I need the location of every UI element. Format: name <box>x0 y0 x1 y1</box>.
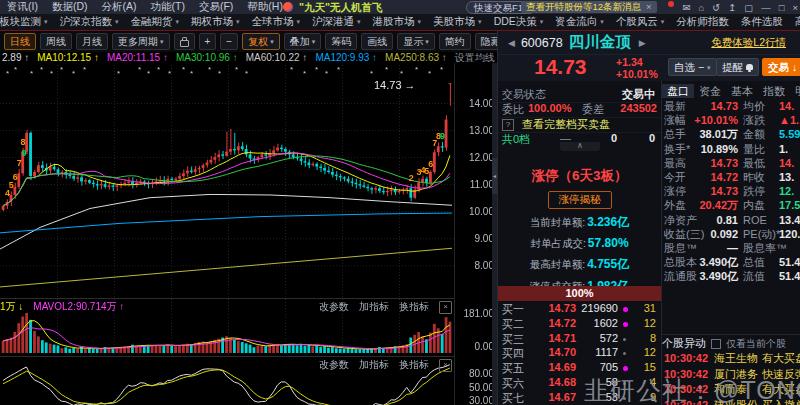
tab-基本[interactable]: 基本 <box>726 84 758 98</box>
toolbar-item-7[interactable]: 美股市场▾ <box>427 15 488 29</box>
menu-item-3[interactable]: 功能(T) <box>144 0 192 12</box>
full-depth-row[interactable]: ? 查看完整档买卖盘 <box>498 117 661 133</box>
next-stock-icon[interactable]: ▶ <box>635 38 650 48</box>
chevron-down-icon[interactable]: ▾ <box>707 59 711 76</box>
prev-stock-icon[interactable]: ◀ <box>504 38 519 48</box>
button-label[interactable]: 叠加 <box>290 35 310 49</box>
menu-item-0[interactable]: 资讯(I) <box>0 0 45 12</box>
toolbar-item-label[interactable]: 期权市场 <box>191 15 233 29</box>
chart-toolbar-button-11[interactable]: 显示▾ <box>397 33 435 50</box>
toolbar-item-10[interactable]: 个股风云▾ <box>610 15 671 29</box>
minimize-icon[interactable]: — <box>761 2 771 13</box>
tab-明细[interactable]: 明细 <box>790 84 800 98</box>
bid-row[interactable]: 买一14.7321969031 <box>498 302 661 317</box>
l2-trial-link[interactable]: 免费体验L2行情 <box>711 36 786 50</box>
button-label[interactable]: 筹码 <box>331 35 351 49</box>
toolbar-item-label[interactable]: 分析师指数 <box>676 15 729 29</box>
home-icon[interactable]: ⌂ <box>699 2 705 13</box>
toolbar-item-13[interactable]: 高级选股 <box>789 15 800 29</box>
toolbar-item-12[interactable]: 条件选股 <box>735 15 789 29</box>
toolbar-item-label[interactable]: 资金流向 <box>555 15 597 29</box>
toolbar-item-label[interactable]: 沪深京指数 <box>60 15 113 29</box>
candlestick-chart-canvas[interactable] <box>0 63 455 405</box>
layout-icon[interactable]: ▢ <box>744 2 753 13</box>
pane-button-2[interactable]: 换指标 <box>399 300 429 314</box>
chart-toolbar-button-12[interactable]: 简约 <box>439 33 471 50</box>
chart-toolbar-button-5[interactable]: + <box>199 33 217 50</box>
pane-close-icon[interactable]: × <box>439 359 452 372</box>
movement-row[interactable]: 10:30:42海王生物有大买盘 <box>662 351 800 367</box>
close-icon[interactable]: × <box>792 2 798 13</box>
toolbar-item-1[interactable]: 沪深京指数▾ <box>54 15 125 29</box>
tab-资金[interactable]: 资金 <box>694 84 726 98</box>
bid-row[interactable]: 买二14.72160212 <box>498 317 661 332</box>
toolbar-item-4[interactable]: 全球市场▾ <box>246 15 307 29</box>
button-label[interactable]: 周线 <box>46 35 66 49</box>
toolbar-item-label[interactable]: DDE决策 <box>494 15 537 29</box>
trade-label[interactable]: 交易 ↓ <box>768 59 797 76</box>
collapse-chevron-icon[interactable]: ∧ <box>560 142 600 151</box>
button-label[interactable]: + <box>205 35 211 49</box>
toolbar-item-6[interactable]: 港股市场▾ <box>367 15 428 29</box>
button-label[interactable]: 日线 <box>10 35 30 49</box>
toolbar-item-label[interactable]: 沪深港通 <box>312 15 354 29</box>
watchlist-button[interactable]: 自选 − ▾ <box>668 58 717 76</box>
pane-button-2[interactable]: 换指标 <box>399 358 429 372</box>
toolbar-item-label[interactable]: 板块监测 <box>0 15 41 29</box>
chart-toolbar-button-2[interactable]: 月线 <box>76 33 108 50</box>
pane-button-1[interactable]: 加指标 <box>359 300 389 314</box>
notification-close-icon[interactable]: × <box>646 1 652 13</box>
toolbar-item-label[interactable]: 个股风云 <box>616 15 658 29</box>
tab-盘口[interactable]: 盘口 <box>662 84 694 98</box>
mail-icon[interactable]: ✉ <box>683 2 691 13</box>
toolbar-item-0[interactable]: 板块监测▾ <box>0 15 54 29</box>
chart-toolbar-button-8[interactable]: 叠加▾ <box>284 33 322 50</box>
button-label[interactable]: 复权 <box>248 35 268 49</box>
toolbar-item-label[interactable]: 条件选股 <box>741 15 783 29</box>
chart-toolbar-button-6[interactable]: − <box>220 33 238 50</box>
toolbar-item-3[interactable]: 期权市场▾ <box>185 15 246 29</box>
toolbar-item-8[interactable]: DDE决策▾ <box>488 15 550 29</box>
trade-button[interactable]: 交易 ↓ <box>762 58 800 76</box>
chart-toolbar-button-0[interactable]: 日线 <box>4 33 36 50</box>
menu-item-1[interactable]: 数据(D) <box>45 0 95 12</box>
toolbar-item-label[interactable]: 金融期货 <box>131 15 173 29</box>
undo-icon[interactable]: ↺ <box>712 2 720 13</box>
notification-pill[interactable]: 查看开特股份等12条新消息 × <box>521 1 657 13</box>
chart-toolbar-button-9[interactable]: 筹码 <box>325 33 357 50</box>
maximize-icon[interactable]: □ <box>779 2 785 13</box>
chart-toolbar-button-4[interactable] <box>174 33 195 50</box>
limitup-reveal-button[interactable]: 涨停揭秘 <box>548 191 612 209</box>
toolbar-item-label[interactable]: 美股市场 <box>433 15 475 29</box>
alert-label[interactable]: 提醒 <box>722 59 743 76</box>
watchlist-label[interactable]: 自选 − <box>674 59 704 76</box>
pane-button-0[interactable]: 改参数 <box>319 300 349 314</box>
toolbar-item-9[interactable]: 资金流向▾ <box>549 15 610 29</box>
toolbar-item-11[interactable]: 分析师指数 <box>670 15 735 29</box>
button-label[interactable]: 简约 <box>445 35 465 49</box>
button-label[interactable]: − <box>226 35 232 49</box>
full-depth-link[interactable]: 查看完整档买卖盘 <box>522 117 610 132</box>
help-icon[interactable]: ? <box>502 119 514 131</box>
chart-toolbar-button-1[interactable]: 周线 <box>40 33 72 50</box>
notification-text[interactable]: 查看开特股份等12条新消息 <box>526 1 641 13</box>
menu-item-4[interactable]: 交易(F) <box>192 0 240 12</box>
toolbar-item-5[interactable]: 沪深港通▾ <box>306 15 367 29</box>
tab-指数[interactable]: 指数 <box>758 84 790 98</box>
news-headline[interactable]: "九天"无人机首飞 <box>299 1 382 15</box>
button-label[interactable]: 画线 <box>367 35 387 49</box>
movement-stock-name[interactable]: 海王生物 <box>714 351 758 367</box>
button-label[interactable]: 月线 <box>82 35 102 49</box>
checkbox-icon[interactable] <box>711 339 721 349</box>
bid-row[interactable]: 买三14.715728 <box>498 332 661 347</box>
toolbar-item-label[interactable]: 港股市场 <box>373 15 415 29</box>
chart-toolbar-button-10[interactable]: 画线 <box>361 33 393 50</box>
movement-filter-label[interactable]: 仅看当前个股 <box>726 337 786 351</box>
chart-toolbar-button-3[interactable]: 更多周期▾ <box>112 33 170 50</box>
bid-row[interactable]: 买四14.70111712 <box>498 346 661 361</box>
toolbar-item-2[interactable]: 金融期货▾ <box>125 15 186 29</box>
pane-close-icon[interactable]: × <box>439 301 452 314</box>
button-label[interactable]: 显示 <box>403 35 423 49</box>
pane-button-1[interactable]: 加指标 <box>359 358 389 372</box>
pane-button-0[interactable]: 改参数 <box>319 358 349 372</box>
